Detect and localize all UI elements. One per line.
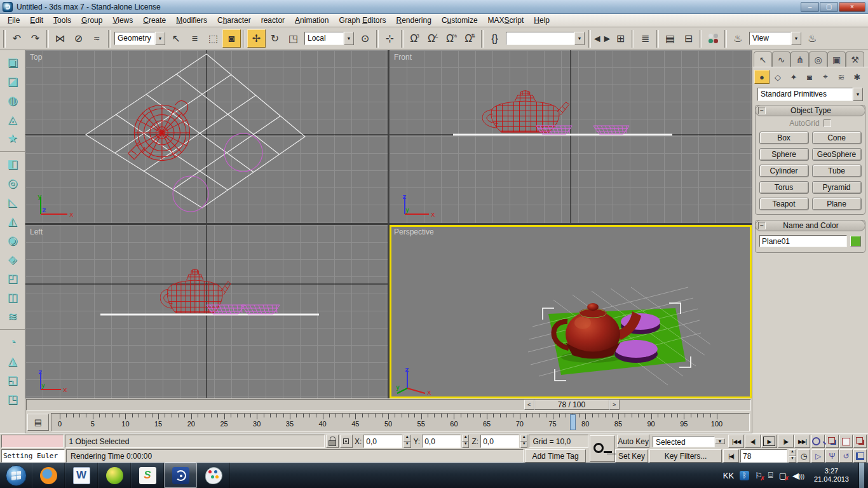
- primitive-button-geosphere[interactable]: GeoSphere: [812, 148, 862, 161]
- time-configuration-button[interactable]: ◷: [797, 449, 810, 463]
- named-selection-sets-icon[interactable]: {}: [485, 29, 504, 48]
- next-frame-nudge[interactable]: >: [609, 400, 620, 410]
- stairs-icon[interactable]: ◱: [0, 370, 25, 390]
- go-to-end-button[interactable]: ▶▶|: [794, 435, 810, 448]
- category-lights[interactable]: ✦: [786, 70, 801, 84]
- primitives-dropdown-value[interactable]: Standard Primitives: [757, 88, 853, 101]
- add-time-tag-button[interactable]: Add Time Tag: [525, 449, 586, 463]
- viewport-perspective-label[interactable]: Perspective: [394, 227, 434, 236]
- x-spinner[interactable]: ▲▼: [403, 435, 411, 448]
- key-mode-value[interactable]: Selected: [653, 436, 715, 447]
- menu-file[interactable]: File: [3, 15, 25, 26]
- set-key-button[interactable]: Set Key: [615, 449, 648, 463]
- selection-filter-dropdown-value[interactable]: Geometry: [114, 32, 155, 45]
- material-editor-icon[interactable]: [704, 29, 722, 48]
- star-shapes-icon[interactable]: ★: [0, 129, 25, 148]
- select-and-move-icon[interactable]: ✢: [247, 29, 266, 48]
- mirror-icon[interactable]: ◄►: [593, 29, 611, 48]
- key-mode-toggle-button[interactable]: |◀|: [723, 449, 739, 463]
- selection-filter-dropdown[interactable]: Geometry▼: [114, 32, 165, 45]
- links-icon[interactable]: ◳: [0, 390, 25, 409]
- menu-tools[interactable]: Tools: [48, 15, 76, 26]
- undo-icon[interactable]: ↶: [8, 29, 26, 48]
- primitive-button-sphere[interactable]: Sphere: [759, 148, 809, 161]
- menu-reactor[interactable]: reactor: [256, 15, 290, 26]
- taskbar-firefox[interactable]: [32, 463, 65, 488]
- menu-maxscript[interactable]: MAXScript: [483, 15, 529, 26]
- zoom-region-icon[interactable]: [825, 435, 839, 448]
- absolute-offset-toggle[interactable]: [340, 435, 353, 448]
- menu-create[interactable]: Create: [138, 15, 171, 26]
- power-plug-icon[interactable]: ⌸: [768, 470, 773, 480]
- menu-edit[interactable]: Edit: [25, 15, 48, 26]
- collapse-icon[interactable]: −: [758, 107, 766, 114]
- spinner-top-icon[interactable]: ◬: [0, 110, 25, 129]
- time-slider-handle[interactable]: < 78 / 100 >: [524, 400, 620, 410]
- time-slider-track[interactable]: [26, 399, 751, 410]
- next-frame-button[interactable]: |▶: [778, 435, 794, 448]
- spinner-snap-icon[interactable]: Ω⇅: [461, 29, 479, 48]
- menu-help[interactable]: Help: [529, 15, 555, 26]
- auto-key-button[interactable]: Auto Key: [617, 435, 649, 448]
- car-icon[interactable]: ◰: [0, 269, 25, 288]
- viewport-top[interactable]: Top: [25, 50, 388, 223]
- viewport-left-label[interactable]: Left: [30, 227, 43, 236]
- tab-create[interactable]: ↖: [754, 51, 772, 67]
- object-name-field[interactable]: Plane01: [759, 235, 847, 247]
- time-slider[interactable]: < 78 / 100 >: [25, 398, 752, 412]
- spring-icon[interactable]: ◎: [0, 173, 25, 193]
- primitive-button-cone[interactable]: Cone: [812, 132, 862, 144]
- taskbar-3dsmax[interactable]: [164, 463, 197, 488]
- selection-lock-button[interactable]: [326, 435, 339, 448]
- time-slider-value[interactable]: 78 / 100: [534, 400, 609, 410]
- chevron-down-icon[interactable]: ▼: [155, 32, 165, 45]
- align-icon[interactable]: ⊞: [611, 29, 630, 48]
- unlink-selection-icon[interactable]: ⊘: [69, 29, 88, 48]
- z-spinner[interactable]: ▲▼: [520, 435, 528, 448]
- biped-icon[interactable]: ◮: [0, 351, 25, 370]
- object-color-swatch[interactable]: [850, 236, 861, 247]
- primitive-button-box[interactable]: Box: [759, 132, 809, 144]
- render-scene-icon[interactable]: ♨: [729, 29, 747, 48]
- menu-modifiers[interactable]: Modifiers: [171, 15, 212, 26]
- select-and-rotate-icon[interactable]: ↻: [266, 29, 284, 48]
- waves-icon[interactable]: ≋: [0, 307, 25, 326]
- redo-icon[interactable]: ↷: [26, 29, 44, 48]
- chevron-down-icon[interactable]: ▼: [715, 438, 725, 444]
- track-bar-ruler[interactable]: 0510152025303540455055606570758085909510…: [51, 413, 750, 431]
- taskbar-orb-app[interactable]: [98, 463, 131, 488]
- rectangular-selection-icon[interactable]: ⬚: [204, 29, 222, 48]
- viewport-top-label[interactable]: Top: [30, 53, 42, 62]
- gear-icon[interactable]: ◉: [0, 231, 25, 250]
- category-spacewarps[interactable]: ≋: [834, 70, 849, 84]
- taskbar-paint[interactable]: [197, 463, 230, 488]
- schematic-view-icon[interactable]: ⊟: [679, 29, 698, 48]
- taskbar-clock[interactable]: 3:27 21.04.2013: [810, 467, 853, 484]
- primitive-button-pyramid[interactable]: Pyramid: [812, 181, 862, 194]
- blades-icon[interactable]: ◭: [0, 212, 25, 231]
- bind-to-space-warp-icon[interactable]: ≈: [88, 29, 106, 48]
- curve-editor-icon[interactable]: ▤: [661, 29, 679, 48]
- min-max-toggle-icon[interactable]: [853, 449, 867, 463]
- menu-views[interactable]: Views: [107, 15, 138, 26]
- snap-toggle-icon[interactable]: Ω3: [405, 29, 424, 48]
- menu-animation[interactable]: Animation: [290, 15, 334, 26]
- field-of-view-icon[interactable]: ▷: [811, 449, 825, 463]
- primitive-button-cylinder[interactable]: Cylinder: [759, 165, 809, 177]
- category-cameras[interactable]: ◙: [802, 70, 817, 84]
- select-and-scale-icon[interactable]: ◳: [284, 29, 302, 48]
- ball-icon[interactable]: ◍: [0, 91, 25, 110]
- current-frame-marker[interactable]: [570, 414, 576, 430]
- play-button[interactable]: ▶: [761, 435, 777, 448]
- action-center-flag-icon[interactable]: ⚐✗: [755, 471, 763, 480]
- quick-render-icon[interactable]: ♨: [803, 29, 822, 48]
- viewport-front-label[interactable]: Front: [394, 53, 412, 62]
- autogrid-checkbox[interactable]: [824, 119, 831, 127]
- maximize-button[interactable]: ▢: [820, 2, 838, 12]
- menu-group[interactable]: Group: [76, 15, 107, 26]
- name-color-rollout-header[interactable]: − Name and Color: [755, 220, 865, 231]
- primitives-dropdown[interactable]: Standard Primitives ▼: [757, 88, 863, 101]
- minimize-button[interactable]: –: [801, 2, 819, 12]
- key-mode-dropdown[interactable]: Selected ▼: [653, 435, 725, 448]
- mini-curve-editor-button[interactable]: ▤: [27, 414, 49, 431]
